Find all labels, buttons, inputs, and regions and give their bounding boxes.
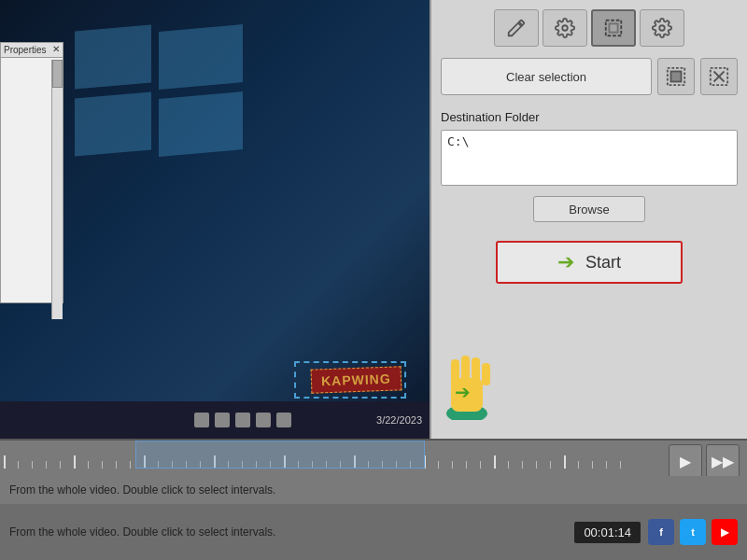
selection-dashed-box [294, 361, 406, 399]
ruler-tick [564, 455, 578, 469]
ruler-tick [620, 461, 634, 469]
ruler-tick [452, 461, 466, 469]
youtube-icon[interactable]: ▶ [712, 519, 738, 545]
clear-selection-button[interactable]: Clear selection [441, 58, 652, 95]
ruler-tick [522, 461, 536, 469]
ruler-tick [116, 461, 130, 469]
ruler-tick [18, 461, 32, 469]
ruler-tick [550, 461, 564, 469]
settings-button[interactable] [543, 9, 587, 47]
toolbar-row [441, 9, 738, 47]
timeline-ruler[interactable] [0, 441, 654, 469]
properties-panel: Properties ✕ [0, 42, 63, 303]
video-preview: Properties ✕ KAPWING 3/22/2023 [0, 0, 430, 439]
right-panel: Clear selection Destination Folder Brows… [430, 0, 747, 439]
select-region-button[interactable] [591, 9, 636, 47]
start-button-container: ➔ Start [496, 241, 683, 284]
start-arrow-icon: ➔ [557, 250, 574, 274]
timeline-controls: ▶ ▶▶ [669, 444, 740, 478]
taskbar: 3/22/2023 [0, 401, 430, 439]
svg-rect-9 [609, 23, 617, 32]
deselect-icon-button[interactable] [700, 58, 738, 95]
ruler-tick [578, 461, 592, 469]
ruler-tick [46, 461, 60, 469]
ruler-tick [480, 461, 494, 469]
ruler-tick [32, 461, 46, 469]
timeline-skip-button[interactable]: ▶▶ [706, 444, 740, 478]
ruler-tick [606, 461, 620, 469]
svg-point-7 [562, 25, 568, 31]
scrollbar[interactable] [51, 60, 63, 319]
timeline-panel: ▶ ▶▶ From the whole video. Double click … [0, 439, 747, 504]
properties-close-icon[interactable]: ✕ [52, 44, 60, 54]
svg-rect-12 [671, 72, 682, 82]
windows-logo [75, 28, 243, 159]
ruler-tick [102, 461, 116, 469]
status-text: From the whole video. Double click to se… [9, 483, 738, 497]
taskbar-icon-1 [194, 413, 209, 427]
timecode-display: 00:01:14 [574, 522, 641, 543]
ruler-tick [466, 461, 480, 469]
ruler-tick [4, 455, 18, 469]
ruler-tick [438, 461, 452, 469]
start-label: Start [585, 253, 621, 273]
facebook-icon[interactable]: f [648, 519, 674, 545]
ruler-tick [88, 461, 102, 469]
taskbar-icon-2 [215, 413, 230, 427]
ruler-tick [74, 455, 88, 469]
taskbar-icon-5 [276, 413, 291, 427]
select-region-icon-button[interactable] [657, 58, 695, 95]
video-preview-panel: Properties ✕ KAPWING 3/22/2023 [0, 0, 430, 439]
selection-row: Clear selection [441, 58, 738, 95]
ruler-tick [536, 461, 550, 469]
ruler-tick [424, 455, 438, 469]
taskbar-clock: 3/22/2023 [376, 414, 422, 426]
advanced-settings-button[interactable] [640, 9, 684, 47]
scrollbar-thumb[interactable] [52, 60, 63, 88]
ruler-tick [494, 455, 508, 469]
ruler-tick [508, 461, 522, 469]
start-button[interactable]: ➔ Start [496, 241, 683, 284]
destination-folder-label: Destination Folder [441, 110, 738, 124]
ruler-tick [60, 461, 74, 469]
folder-path-input[interactable] [441, 130, 738, 186]
pencil-tool-button[interactable] [494, 9, 539, 47]
timeline-play-button[interactable]: ▶ [669, 444, 702, 478]
timeline-selection[interactable] [135, 441, 425, 469]
taskbar-icons [194, 413, 291, 427]
twitter-icon[interactable]: t [680, 519, 706, 545]
svg-point-10 [659, 25, 665, 31]
taskbar-icon-4 [256, 413, 271, 427]
status-bar: From the whole video. Double click to se… [0, 504, 747, 560]
browse-button[interactable]: Browse [533, 196, 645, 222]
ruler-tick [592, 461, 606, 469]
taskbar-icon-3 [235, 413, 250, 427]
social-icons: f t ▶ [648, 519, 738, 545]
status-bar-text: From the whole video. Double click to se… [9, 525, 574, 539]
